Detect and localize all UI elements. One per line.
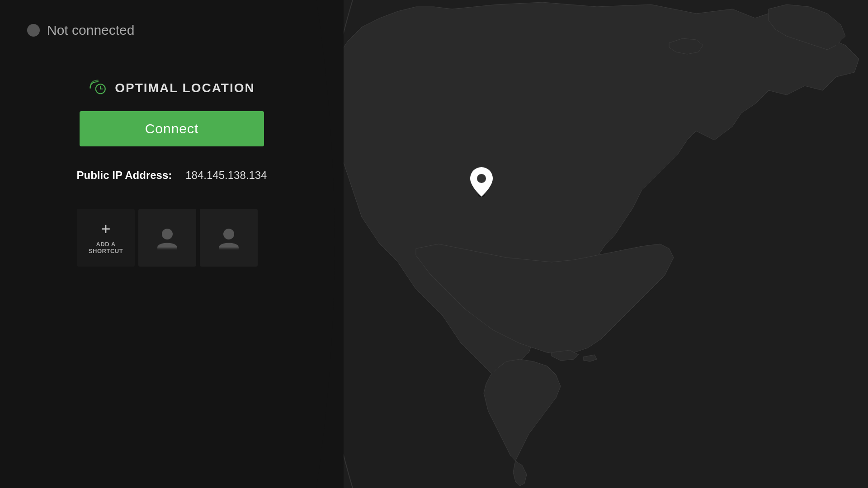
location-row: OPTIMAL LOCATION bbox=[89, 79, 255, 98]
status-bar: Not connected bbox=[0, 0, 344, 52]
ip-value: 184.145.138.134 bbox=[185, 169, 267, 182]
shortcuts-container: + ADD ASHORTCUT bbox=[77, 209, 267, 267]
shortcut-tile-1[interactable] bbox=[138, 209, 196, 267]
plus-icon: + bbox=[101, 221, 110, 237]
svg-rect-7 bbox=[219, 248, 239, 249]
map-area bbox=[326, 0, 868, 488]
add-shortcut-label: ADD ASHORTCUT bbox=[89, 241, 123, 254]
location-label: OPTIMAL LOCATION bbox=[115, 81, 255, 95]
svg-point-3 bbox=[100, 88, 101, 89]
left-panel: Not connected OPTIMAL LOCATION bbox=[0, 0, 344, 488]
shortcut-tile-2[interactable] bbox=[200, 209, 258, 267]
connect-button[interactable]: Connect bbox=[80, 111, 264, 146]
main-content: OPTIMAL LOCATION Connect Public IP Addre… bbox=[0, 52, 344, 488]
profile-icon-1 bbox=[154, 224, 181, 251]
svg-point-4 bbox=[162, 229, 173, 239]
ip-label: Public IP Address: bbox=[77, 169, 172, 182]
svg-point-6 bbox=[223, 229, 234, 239]
ip-address-row: Public IP Address: 184.145.138.134 bbox=[27, 169, 316, 182]
connection-status-text: Not connected bbox=[47, 23, 134, 38]
svg-rect-5 bbox=[157, 248, 177, 249]
svg-point-10 bbox=[477, 174, 486, 183]
optimal-location-icon bbox=[89, 79, 108, 98]
add-shortcut-tile[interactable]: + ADD ASHORTCUT bbox=[77, 209, 135, 267]
connection-status-dot bbox=[27, 24, 40, 37]
profile-icon-2 bbox=[215, 224, 242, 251]
